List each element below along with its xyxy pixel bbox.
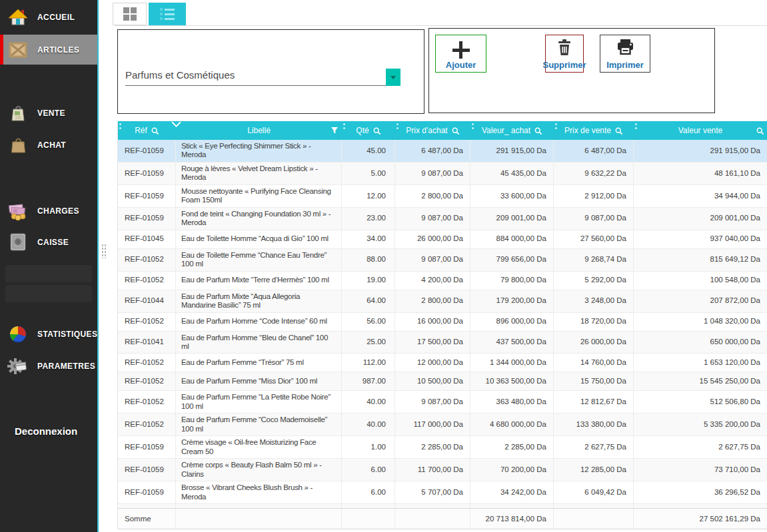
cell-prix_achat: 26 000,00 Da [395, 230, 470, 248]
add-button[interactable]: Ajouter [435, 35, 486, 73]
cell-valeur_vente: 650 000,00 Da [634, 332, 767, 354]
table-row[interactable]: REF-01052Eau de Parfum Femme “Trésor” 75… [118, 354, 767, 372]
sidebar-item-accueil[interactable]: ACCUEIL [0, 4, 97, 31]
cell-ref: REF-01059 [118, 140, 176, 162]
column-header-qte[interactable]: Qté [342, 121, 395, 140]
crate-icon [7, 39, 29, 61]
category-dropdown[interactable]: Parfums et Cosmétiques [125, 63, 400, 86]
column-header-libelle[interactable]: Libellé [176, 121, 342, 140]
cell-valeur_vente: 1 653 120,00 Da [634, 354, 767, 372]
column-header-valeur-vente[interactable]: Valeur vente [634, 121, 767, 140]
column-header-valeur-achat[interactable]: Valeur_ achat [470, 121, 554, 140]
table-row[interactable]: REF-01059Crème visage « Oil-free Moistur… [118, 436, 767, 459]
column-drag-dots [635, 123, 638, 130]
logout-button[interactable]: Deconnexion [0, 419, 97, 442]
footer-empty-cell [176, 509, 342, 529]
cell-valeur_vente: 73 710,00 Da [634, 459, 767, 481]
cell-ref: REF-01052 [118, 313, 176, 331]
cell-prix_vente: 3 248,00 Da [554, 290, 634, 312]
cell-qte: 6.00 [342, 481, 395, 503]
cell-prix_vente: 6 487,00 Da [554, 140, 634, 162]
table-row[interactable]: REF-01041Eau de Parfum Homme “Bleu de Ch… [118, 332, 767, 354]
cell-libelle: Mousse nettoyante « Purifying Face Clean… [176, 185, 342, 207]
cell-ref: REF-01052 [118, 391, 176, 413]
cell-ref: REF-01052 [118, 354, 176, 372]
column-drag-dots [343, 123, 346, 130]
column-label: Valeur vente [678, 126, 723, 135]
filter-icon[interactable] [331, 127, 339, 134]
cell-qte: 45.00 [342, 140, 395, 162]
search-icon[interactable] [756, 127, 764, 135]
cell-valeur_vente: 815 649,12 Da [634, 249, 767, 271]
cell-qte: 1.00 [342, 436, 395, 458]
cell-valeur_achat: 4 680 000,00 Da [470, 413, 554, 435]
sidebar-ghost-row [5, 265, 92, 282]
cell-libelle: Eau de Parfum Femme “Trésor” 75 ml [176, 354, 342, 372]
sidebar-item-statistiques[interactable]: STATISTIQUES [0, 320, 97, 349]
cell-valeur_vente: 209 001,00 Da [634, 208, 767, 230]
table-row[interactable]: REF-01059Fond de teint « Changing Founda… [118, 208, 767, 230]
sidebar-item-parametres[interactable]: PARAMETRES [0, 352, 97, 381]
cell-prix_vente: 12 812,67 Da [554, 391, 634, 413]
search-icon[interactable] [534, 127, 542, 135]
cell-libelle: Eau de Parfum Mixte “Terre d’Hermès” 100… [176, 272, 342, 290]
cell-ref: REF-01052 [118, 413, 176, 435]
cell-prix_vente: 12 285,00 Da [554, 459, 634, 481]
trash-icon [556, 39, 572, 59]
sidebar-item-charges[interactable]: CHARGES [0, 196, 97, 226]
cell-qte: 40.00 [342, 391, 395, 413]
table-row[interactable]: REF-01059Brosse « Vibrant Cheeks Blush B… [118, 481, 767, 504]
table-row[interactable]: REF-01052Eau de Parfum Mixte “Terre d’He… [118, 272, 767, 290]
print-button[interactable]: Imprimer [600, 35, 650, 73]
cell-qte: 112.00 [342, 354, 395, 372]
table-row[interactable]: REF-01052Eau de Parfum Femme “Coco Madem… [118, 413, 767, 436]
column-label: Prix d'achat [406, 126, 447, 135]
column-label: Qté [356, 126, 369, 135]
table-row[interactable]: REF-01052Eau de Parfum Homme “Code Inten… [118, 313, 767, 332]
dropdown-button[interactable] [386, 69, 400, 86]
cell-valeur_vente: 5 335 200,00 Da [634, 413, 767, 435]
cell-prix_achat: 9 087,00 Da [395, 162, 470, 184]
cell-prix_vente: 2 627,75 Da [554, 436, 634, 458]
table-row[interactable]: REF-01052Eau de Toilette Femme “Chance E… [118, 249, 767, 272]
tab-grid-view[interactable] [113, 3, 147, 25]
cell-prix_vente: 14 760,00 Da [554, 354, 634, 372]
cell-ref: REF-01059 [118, 185, 176, 207]
table-row[interactable]: REF-01052Eau de Parfum Femme “Miss Dior”… [118, 372, 767, 391]
search-icon[interactable] [373, 127, 381, 135]
search-icon[interactable] [614, 127, 623, 135]
column-header-prix-achat[interactable]: Prix d'achat [395, 121, 470, 140]
sidebar-item-label: ACHAT [37, 140, 66, 150]
table-row[interactable]: REF-01059Stick « Eye Perfecting Shimmer … [118, 140, 767, 162]
table-row[interactable]: REF-01044Eau de Parfum Mixte “Aqua Alleg… [118, 290, 767, 313]
sidebar-item-vente[interactable]: VENTE [0, 99, 97, 128]
sidebar-item-articles[interactable]: ARTICLES [0, 35, 97, 65]
cell-valeur_vente: 34 944,00 Da [634, 185, 767, 207]
search-icon[interactable] [151, 127, 159, 135]
table-row[interactable]: REF-01045Eau de Toilette Homme “Acqua di… [118, 230, 767, 249]
splitter-handle[interactable] [101, 244, 107, 258]
sidebar-item-caisse[interactable]: CAISSE [0, 228, 97, 257]
tab-list-view[interactable] [149, 3, 186, 25]
cell-valeur_vente: 291 915,00 Da [634, 140, 767, 162]
table-row[interactable]: REF-01059Crème corps « Beauty Flash Balm… [118, 459, 767, 481]
sidebar-item-achat[interactable]: ACHAT [0, 131, 97, 160]
search-icon[interactable] [451, 127, 460, 135]
cell-ref: REF-01041 [118, 332, 176, 354]
table-row[interactable]: REF-01059Rouge à lèvres « Velvet Dream L… [118, 162, 767, 185]
table-row[interactable]: REF-01059Mousse nettoyante « Purifying F… [118, 185, 767, 208]
column-header-prix-vente[interactable]: Prix de vente [554, 121, 634, 140]
column-header-ref[interactable]: Réf [118, 121, 176, 140]
delete-button[interactable]: Supprimer [545, 35, 584, 73]
cell-libelle: Crème corps « Beauty Flash Balm 50 ml » … [176, 459, 342, 481]
list-icon [160, 8, 175, 20]
cell-prix_achat: 12 000,00 Da [395, 354, 470, 372]
sidebar-item-label: CHARGES [37, 206, 79, 216]
cell-qte: 56.00 [342, 313, 395, 331]
cell-prix_achat: 117 000,00 Da [395, 413, 470, 435]
sidebar: ACCUEIL ARTICLES VENTE ACHAT CHARGES CAI… [0, 0, 99, 532]
table-row[interactable]: REF-01052Eau de Parfum Femme “La Petite … [118, 391, 767, 413]
cell-ref: REF-01045 [118, 230, 176, 248]
footer-somme-label: Somme [118, 509, 176, 529]
cell-qte: 987.00 [342, 372, 395, 390]
